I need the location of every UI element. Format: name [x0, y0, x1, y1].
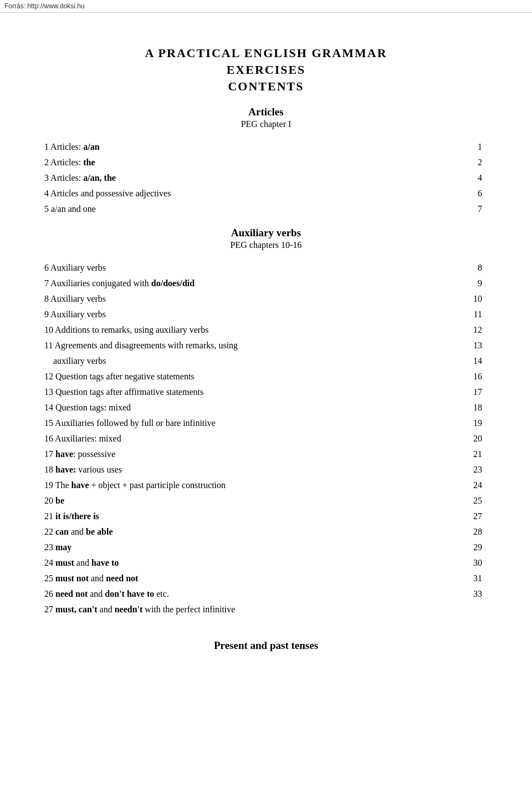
- entry-num: 30: [434, 555, 488, 571]
- entry-num: 4: [434, 170, 488, 186]
- list-item: 5 a/an and one 7: [44, 201, 488, 217]
- entry-text: 6 Auxiliary verbs: [44, 260, 434, 276]
- entry-num: 17: [434, 384, 488, 400]
- entry-num: 24: [434, 478, 488, 493]
- entry-text: 15 Auxiliaries followed by full or bare …: [44, 415, 434, 431]
- list-item: 6 Auxiliary verbs 8: [44, 260, 488, 276]
- entry-num: 10: [434, 291, 488, 307]
- list-item: 2 Articles: the 2: [44, 155, 488, 170]
- list-item: 23 may 29: [44, 540, 488, 555]
- list-item: 3 Articles: a/an, the 4: [44, 170, 488, 186]
- list-item: 18 have: various uses 23: [44, 462, 488, 478]
- entry-text: 23 may: [44, 540, 434, 555]
- list-item: 9 Auxiliary verbs 11: [44, 307, 488, 322]
- entry-num: 8: [434, 260, 488, 276]
- list-item: 21 it is/there is 27: [44, 509, 488, 524]
- list-item: 11 Agreements and disagreements with rem…: [44, 338, 488, 353]
- list-item: 12 Question tags after negative statemen…: [44, 369, 488, 384]
- entry-text: 18 have: various uses: [44, 462, 434, 478]
- main-title-line1: A PRACTICAL ENGLISH GRAMMAR: [44, 46, 488, 60]
- list-item: 19 The have + object + past participle c…: [44, 478, 488, 493]
- entry-num: 1: [434, 139, 488, 155]
- articles-toc: 1 Articles: a/an 1 2 Articles: the 2 3 A…: [44, 139, 488, 217]
- list-item: 14 Question tags: mixed 18: [44, 400, 488, 415]
- list-item: 16 Auxiliaries: mixed 20: [44, 431, 488, 446]
- entry-num: 19: [434, 415, 488, 431]
- auxiliary-toc: 6 Auxiliary verbs 8 7 Auxiliaries conjug…: [44, 260, 488, 617]
- list-item: 20 be 25: [44, 493, 488, 509]
- entry-num: 7: [434, 201, 488, 217]
- entry-num: 31: [434, 571, 488, 586]
- entry-text: auxiliary verbs: [44, 353, 434, 369]
- page-content: A PRACTICAL ENGLISH GRAMMAR EXERCISES CO…: [0, 13, 532, 688]
- entry-text: 12 Question tags after negative statemen…: [44, 369, 434, 384]
- entry-text: 1 Articles: a/an: [44, 139, 434, 155]
- entry-num: [434, 602, 488, 617]
- entry-num: 16: [434, 369, 488, 384]
- entry-text: 14 Question tags: mixed: [44, 400, 434, 415]
- source-text: Forrás: http://www.doksi.hu: [4, 2, 85, 10]
- list-item: 27 must, can't and needn't with the perf…: [44, 602, 488, 617]
- entry-text: 11 Agreements and disagreements with rem…: [44, 338, 434, 353]
- list-item: 26 need not and don't have to etc. 33: [44, 586, 488, 602]
- entry-text: 26 need not and don't have to etc.: [44, 586, 434, 602]
- entry-text: 20 be: [44, 493, 434, 509]
- entry-num: 29: [434, 540, 488, 555]
- entry-num: 14: [434, 353, 488, 369]
- list-item: 1 Articles: a/an 1: [44, 139, 488, 155]
- entry-text: 10 Additions to remarks, using auxiliary…: [44, 322, 434, 338]
- list-item: auxiliary verbs 14: [44, 353, 488, 369]
- list-item: 8 Auxiliary verbs 10: [44, 291, 488, 307]
- entry-text: 8 Auxiliary verbs: [44, 291, 434, 307]
- entry-text: 13 Question tags after affirmative state…: [44, 384, 434, 400]
- auxiliary-subheading: PEG chapters 10-16: [44, 240, 488, 250]
- entry-num: 18: [434, 400, 488, 415]
- entry-text: 25 must not and need not: [44, 571, 434, 586]
- entry-num: 2: [434, 155, 488, 170]
- list-item: 24 must and have to 30: [44, 555, 488, 571]
- list-item: 13 Question tags after affirmative state…: [44, 384, 488, 400]
- entry-text: 7 Auxiliaries conjugated with do/does/di…: [44, 276, 434, 291]
- entry-text: 17 have: possessive: [44, 446, 434, 462]
- list-item: 10 Additions to remarks, using auxiliary…: [44, 322, 488, 338]
- auxiliary-heading: Auxiliary verbs: [44, 227, 488, 239]
- entry-text: 19 The have + object + past participle c…: [44, 478, 434, 493]
- main-title-line3: CONTENTS: [44, 79, 488, 94]
- entry-num: 23: [434, 462, 488, 478]
- entry-num: 21: [434, 446, 488, 462]
- list-item: 7 Auxiliaries conjugated with do/does/di…: [44, 276, 488, 291]
- articles-heading: Articles: [44, 106, 488, 118]
- articles-subheading: PEG chapter I: [44, 119, 488, 129]
- list-item: 17 have: possessive 21: [44, 446, 488, 462]
- source-bar: Forrás: http://www.doksi.hu: [0, 0, 532, 13]
- entry-text: 2 Articles: the: [44, 155, 434, 170]
- entry-text: 16 Auxiliaries: mixed: [44, 431, 434, 446]
- entry-text: 22 can and be able: [44, 524, 434, 540]
- list-item: 4 Articles and possessive adjectives 6: [44, 186, 488, 201]
- list-item: 25 must not and need not 31: [44, 571, 488, 586]
- entry-num: 9: [434, 276, 488, 291]
- entry-num: 12: [434, 322, 488, 338]
- entry-text: 5 a/an and one: [44, 201, 434, 217]
- entry-num: 33: [434, 586, 488, 602]
- entry-text: 21 it is/there is: [44, 509, 434, 524]
- entry-num: 25: [434, 493, 488, 509]
- main-title-line2: EXERCISES: [44, 63, 488, 77]
- entry-text: 24 must and have to: [44, 555, 434, 571]
- entry-num: 6: [434, 186, 488, 201]
- entry-text: 9 Auxiliary verbs: [44, 307, 434, 322]
- list-item: 15 Auxiliaries followed by full or bare …: [44, 415, 488, 431]
- entry-text: 27 must, can't and needn't with the perf…: [44, 602, 434, 617]
- entry-num: 20: [434, 431, 488, 446]
- entry-num: 28: [434, 524, 488, 540]
- entry-num: 13: [434, 338, 488, 353]
- present-past-heading: Present and past tenses: [44, 640, 488, 652]
- entry-text: 4 Articles and possessive adjectives: [44, 186, 434, 201]
- entry-text: 3 Articles: a/an, the: [44, 170, 434, 186]
- entry-num: 27: [434, 509, 488, 524]
- entry-num: 11: [434, 307, 488, 322]
- list-item: 22 can and be able 28: [44, 524, 488, 540]
